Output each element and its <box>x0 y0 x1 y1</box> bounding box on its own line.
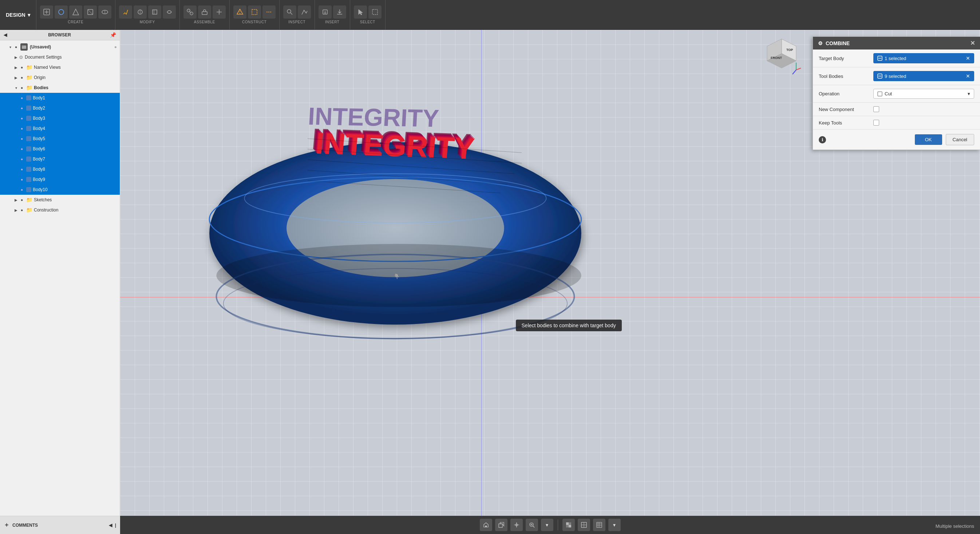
create-icon-4[interactable] <box>84 5 97 19</box>
body4-eye[interactable]: ● <box>19 126 25 131</box>
construct-icon-3[interactable] <box>262 5 275 19</box>
assemble-icon-1[interactable] <box>183 5 197 19</box>
new-component-label: New Component <box>819 106 870 112</box>
toolbar: DESIGN ▾ CREATE <box>0 0 980 30</box>
named-views-icon: 📁 <box>26 64 32 70</box>
modify-icon-1[interactable] <box>119 5 132 19</box>
create-icon-5[interactable] <box>98 5 111 19</box>
body10-label: Body10 <box>33 187 117 192</box>
modify-icon-2[interactable] <box>134 5 147 19</box>
insert-icon-2[interactable] <box>333 5 346 19</box>
tree-item-root[interactable]: ▾ ● (Unsaved) ● <box>0 42 120 52</box>
construction-eye[interactable]: ● <box>19 207 25 213</box>
svg-line-54 <box>796 68 801 70</box>
tool-bodies-label: Tool Bodies <box>819 73 870 79</box>
inspect-icon-2[interactable] <box>298 5 311 19</box>
construction-label: Construction <box>34 208 117 213</box>
view-home-btn[interactable] <box>480 519 492 531</box>
tree-item-body2[interactable]: ● Body2 <box>0 103 120 113</box>
tree-item-doc-settings[interactable]: ▶ ⚙ Document Settings <box>0 52 120 62</box>
construct-icon-2[interactable] <box>248 5 261 19</box>
body5-eye[interactable]: ● <box>19 136 25 141</box>
sketches-icon: 📁 <box>26 197 32 203</box>
tree-item-body3[interactable]: ● Body3 <box>0 113 120 123</box>
operation-dropdown[interactable]: Cut ▾ <box>873 89 974 99</box>
combine-close-btn[interactable]: ✕ <box>970 40 975 47</box>
sketches-eye[interactable]: ● <box>19 197 25 203</box>
modify-icon-4[interactable] <box>163 5 176 19</box>
bodies-eye[interactable]: ● <box>19 85 25 91</box>
cancel-button[interactable]: Cancel <box>946 134 974 145</box>
bodies-arrow: ▾ <box>13 85 19 91</box>
modify-icon-3[interactable] <box>148 5 161 19</box>
assemble-icon-3[interactable] <box>213 5 226 19</box>
grid-btn[interactable] <box>593 519 605 531</box>
tree-item-construction[interactable]: ▶ ● 📁 Construction <box>0 205 120 215</box>
display-mode-btn[interactable] <box>562 519 575 531</box>
body2-icon <box>26 106 31 111</box>
display-mode-2-btn[interactable] <box>578 519 590 531</box>
tool-bodies-clear-btn[interactable]: ✕ <box>966 73 970 79</box>
body7-icon <box>26 157 31 162</box>
assemble-icon-2[interactable] <box>198 5 211 19</box>
pan-btn[interactable] <box>511 519 523 531</box>
body2-eye[interactable]: ● <box>19 105 25 111</box>
modify-group-label: MODIFY <box>140 20 155 24</box>
body10-eye[interactable]: ● <box>19 187 25 192</box>
svg-rect-29 <box>372 10 377 14</box>
tree-item-sketches[interactable]: ▶ ● 📁 Sketches <box>0 195 120 205</box>
select-icon-2[interactable] <box>368 5 382 19</box>
root-eye[interactable]: ● <box>13 44 19 50</box>
design-menu[interactable]: DESIGN ▾ <box>0 0 37 30</box>
view-cube-btn[interactable] <box>495 519 508 531</box>
body6-eye[interactable]: ● <box>19 146 25 152</box>
create-icon-2[interactable] <box>55 5 68 19</box>
zoom-btn[interactable] <box>526 519 538 531</box>
comments-add-btn[interactable]: ＋ <box>4 521 10 529</box>
origin-dot <box>395 274 398 277</box>
body3-eye[interactable]: ● <box>19 115 25 121</box>
tree-item-body4[interactable]: ● Body4 <box>0 123 120 134</box>
create-icon-3[interactable] <box>69 5 82 19</box>
tree-item-origin[interactable]: ▶ ● 📁 Origin <box>0 72 120 83</box>
new-component-checkbox[interactable] <box>873 106 879 112</box>
create-icon-1[interactable] <box>40 5 53 19</box>
body8-eye[interactable]: ● <box>19 166 25 172</box>
tool-bodies-field[interactable]: 9 selected ✕ <box>873 71 974 81</box>
comments-collapse-btn[interactable]: ◀ <box>109 523 112 528</box>
tree-item-body7[interactable]: ● Body7 <box>0 154 120 164</box>
body6-icon <box>26 146 31 151</box>
origin-eye[interactable]: ● <box>19 75 25 81</box>
named-views-eye[interactable]: ● <box>19 64 25 70</box>
target-body-clear-btn[interactable]: ✕ <box>966 55 970 61</box>
info-icon[interactable]: ℹ <box>819 136 826 143</box>
construct-icon-1[interactable] <box>233 5 247 19</box>
zoom-dropdown-btn[interactable]: ▾ <box>541 519 554 531</box>
tree-item-body1[interactable]: ● Body1 <box>0 93 120 103</box>
tree-item-bodies[interactable]: ▾ ● 📁 Bodies <box>0 83 120 93</box>
inspect-icon-1[interactable] <box>283 5 296 19</box>
body1-eye[interactable]: ● <box>19 95 25 101</box>
keep-tools-checkbox[interactable] <box>873 120 879 126</box>
body9-eye[interactable]: ● <box>19 176 25 182</box>
select-icon-1[interactable] <box>354 5 367 19</box>
tree-item-body5[interactable]: ● Body5 <box>0 134 120 144</box>
toolbar-group-construct: CONSTRUCT <box>230 0 280 30</box>
browser-pin[interactable]: 📌 <box>110 32 116 38</box>
ok-button[interactable]: OK <box>915 134 942 145</box>
tree-item-body10[interactable]: ● Body10 <box>0 184 120 195</box>
body2-label: Body2 <box>33 106 117 111</box>
comments-pin-btn[interactable]: | <box>115 523 116 528</box>
svg-rect-76 <box>597 522 602 528</box>
browser-collapse-btn[interactable]: ◀ <box>4 32 7 38</box>
tree-item-body8[interactable]: ● Body8 <box>0 164 120 174</box>
combine-row-keep-tools: Keep Tools <box>813 116 980 130</box>
tree-item-body6[interactable]: ● Body6 <box>0 144 120 154</box>
target-body-field[interactable]: 1 selected ✕ <box>873 53 974 64</box>
body7-eye[interactable]: ● <box>19 156 25 162</box>
grid-dropdown-btn[interactable]: ▾ <box>608 519 621 531</box>
orientation-cube[interactable]: TOP FRONT <box>762 37 802 77</box>
insert-icon-1[interactable] <box>318 5 332 19</box>
tree-item-body9[interactable]: ● Body9 <box>0 174 120 184</box>
tree-item-named-views[interactable]: ▶ ● 📁 Named Views <box>0 62 120 72</box>
